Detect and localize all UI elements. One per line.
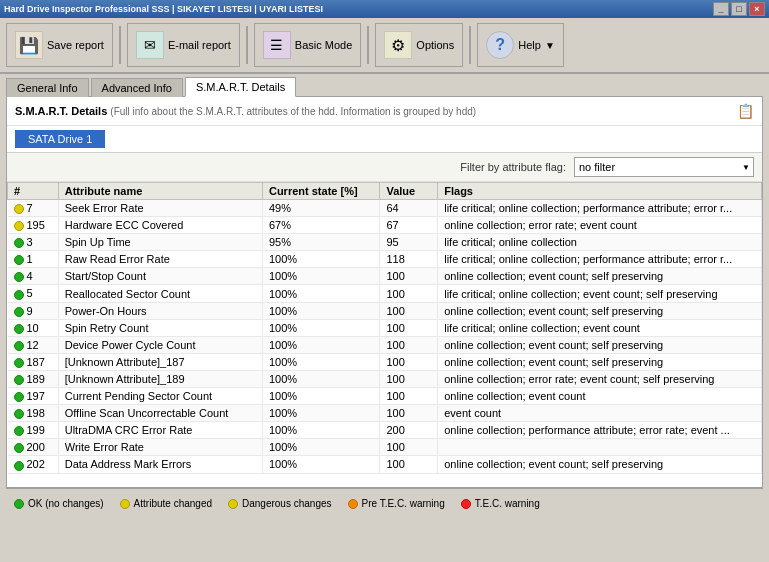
options-button[interactable]: ⚙ Options: [375, 23, 463, 67]
row-status-dot: [14, 290, 24, 300]
filter-bar: Filter by attribute flag: no filter life…: [7, 153, 762, 182]
title-bar: Hard Drive Inspector Professional SSS | …: [0, 0, 769, 18]
row-status-dot: [14, 221, 24, 231]
cell-state: 100%: [262, 268, 379, 285]
cell-num: 202: [8, 456, 59, 473]
toolbar-separator-4: [469, 26, 471, 64]
cell-flags: online collection; error rate; event cou…: [438, 370, 762, 387]
cell-flags: online collection; event count; self pre…: [438, 302, 762, 319]
cell-flags: life critical; online collection; perfor…: [438, 251, 762, 268]
smart-table: # Attribute name Current state [%] Value…: [7, 182, 762, 474]
status-pretec: Pre T.E.C. warning: [348, 498, 445, 509]
close-button[interactable]: ×: [749, 2, 765, 16]
cell-state: 100%: [262, 405, 379, 422]
cell-num: 198: [8, 405, 59, 422]
tab-general-info[interactable]: General Info: [6, 78, 89, 97]
cell-name: Current Pending Sector Count: [58, 388, 262, 405]
cell-state: 100%: [262, 439, 379, 456]
row-status-dot: [14, 272, 24, 282]
cell-name: Offline Scan Uncorrectable Count: [58, 405, 262, 422]
table-row: 202 Data Address Mark Errors 100% 100 on…: [8, 456, 762, 473]
cell-value: 100: [380, 268, 438, 285]
cell-value: 95: [380, 234, 438, 251]
help-dropdown-arrow: ▼: [545, 40, 555, 51]
tab-advanced-info[interactable]: Advanced Info: [91, 78, 183, 97]
row-status-dot: [14, 341, 24, 351]
cell-name: [Unknown Attribute]_187: [58, 353, 262, 370]
row-status-dot: [14, 238, 24, 248]
cell-value: 100: [380, 319, 438, 336]
cell-num: 189: [8, 370, 59, 387]
toolbar: 💾 Save report ✉ E-mail report ☰ Basic Mo…: [0, 18, 769, 74]
cell-state: 100%: [262, 251, 379, 268]
table-row: 189 [Unknown Attribute]_189 100% 100 onl…: [8, 370, 762, 387]
filter-select-wrapper: no filter life critical online collectio…: [574, 157, 754, 177]
tab-smart-details[interactable]: S.M.A.R.T. Details: [185, 77, 296, 97]
filter-select[interactable]: no filter life critical online collectio…: [574, 157, 754, 177]
table-row: 3 Spin Up Time 95% 95 life critical; onl…: [8, 234, 762, 251]
table-row: 198 Offline Scan Uncorrectable Count 100…: [8, 405, 762, 422]
cell-name: Raw Read Error Rate: [58, 251, 262, 268]
cell-flags: life critical; online collection; event …: [438, 285, 762, 302]
cell-state: 100%: [262, 456, 379, 473]
table-row: 10 Spin Retry Count 100% 100 life critic…: [8, 319, 762, 336]
row-status-dot: [14, 426, 24, 436]
content-subtitle-text: (Full info about the S.M.A.R.T. attribut…: [110, 106, 476, 117]
cell-state: 49%: [262, 200, 379, 217]
cell-num: 195: [8, 217, 59, 234]
cell-value: 100: [380, 370, 438, 387]
maximize-button[interactable]: □: [731, 2, 747, 16]
export-icon[interactable]: 📋: [737, 103, 754, 119]
cell-value: 100: [380, 353, 438, 370]
cell-value: 100: [380, 456, 438, 473]
cell-value: 100: [380, 285, 438, 302]
content-title: S.M.A.R.T. Details (Full info about the …: [15, 105, 476, 117]
drive-tab-sata1[interactable]: SATA Drive 1: [15, 130, 105, 148]
email-report-label: E-mail report: [168, 39, 231, 51]
cell-state: 100%: [262, 319, 379, 336]
cell-value: 100: [380, 388, 438, 405]
col-header-value: Value: [380, 183, 438, 200]
help-button[interactable]: ? Help ▼: [477, 23, 564, 67]
col-header-num: #: [8, 183, 59, 200]
cell-flags: online collection; event count; self pre…: [438, 456, 762, 473]
cell-num: 199: [8, 422, 59, 439]
cell-num: 5: [8, 285, 59, 302]
cell-value: 100: [380, 439, 438, 456]
status-bar: OK (no changes) Attribute changed Danger…: [6, 488, 763, 518]
basic-mode-label: Basic Mode: [295, 39, 352, 51]
row-status-dot: [14, 409, 24, 419]
status-tec-label: T.E.C. warning: [475, 498, 540, 509]
col-header-flags: Flags: [438, 183, 762, 200]
table-container[interactable]: # Attribute name Current state [%] Value…: [7, 182, 762, 487]
table-row: 199 UltraDMA CRC Error Rate 100% 200 onl…: [8, 422, 762, 439]
row-status-dot: [14, 375, 24, 385]
table-body: 7 Seek Error Rate 49% 64 life critical; …: [8, 200, 762, 474]
cell-flags: online collection; event count; self pre…: [438, 353, 762, 370]
row-status-dot: [14, 255, 24, 265]
email-report-button[interactable]: ✉ E-mail report: [127, 23, 240, 67]
cell-name: Hardware ECC Covered: [58, 217, 262, 234]
cell-state: 95%: [262, 234, 379, 251]
cell-value: 100: [380, 405, 438, 422]
title-bar-text: Hard Drive Inspector Professional SSS | …: [4, 4, 323, 14]
minimize-button[interactable]: _: [713, 2, 729, 16]
cell-value: 67: [380, 217, 438, 234]
cell-name: Data Address Mark Errors: [58, 456, 262, 473]
cell-num: 200: [8, 439, 59, 456]
cell-name: UltraDMA CRC Error Rate: [58, 422, 262, 439]
cell-flags: [438, 439, 762, 456]
basic-mode-button[interactable]: ☰ Basic Mode: [254, 23, 361, 67]
status-ok-label: OK (no changes): [28, 498, 104, 509]
status-tec: T.E.C. warning: [461, 498, 540, 509]
status-changed-label: Attribute changed: [134, 498, 212, 509]
save-report-button[interactable]: 💾 Save report: [6, 23, 113, 67]
cell-name: Write Error Rate: [58, 439, 262, 456]
table-row: 197 Current Pending Sector Count 100% 10…: [8, 388, 762, 405]
cell-num: 3: [8, 234, 59, 251]
table-row: 187 [Unknown Attribute]_187 100% 100 onl…: [8, 353, 762, 370]
cell-name: Start/Stop Count: [58, 268, 262, 285]
status-dangerous: Dangerous changes: [228, 498, 332, 509]
table-row: 5 Reallocated Sector Count 100% 100 life…: [8, 285, 762, 302]
status-dangerous-dot: [228, 499, 238, 509]
